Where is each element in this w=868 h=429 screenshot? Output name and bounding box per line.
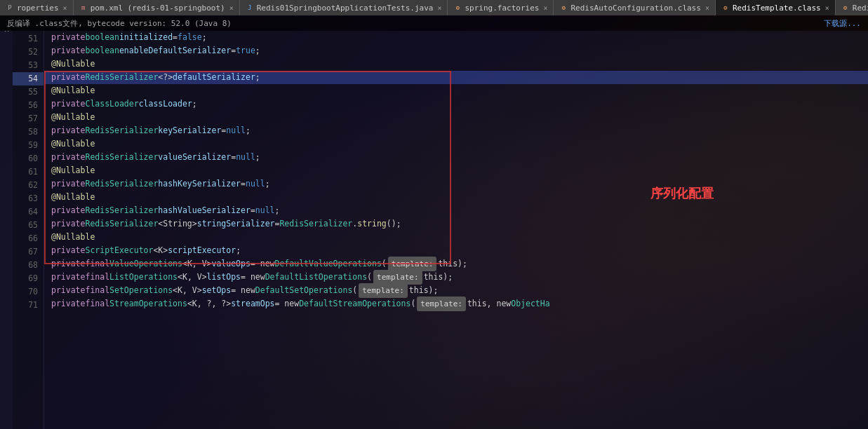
token-ann: @Nullable xyxy=(51,164,95,177)
token-kw: private xyxy=(51,204,85,217)
tab-icon-redistemplate: ⚙ xyxy=(721,4,730,12)
line-number-68: 68 xyxy=(13,259,44,272)
download-link[interactable]: 下载源... xyxy=(824,18,861,29)
token-type: DefaultSetOperations xyxy=(255,284,352,297)
token-plain: this); xyxy=(409,284,439,297)
token-plain: = xyxy=(231,151,236,164)
token-kw: private xyxy=(51,244,85,257)
line-number-61: 61 xyxy=(13,165,44,179)
tab-close-properties[interactable]: × xyxy=(63,4,67,12)
tab-label-redisprops: RedisPrope xyxy=(853,4,868,13)
tab-icon-redisprops: ⚙ xyxy=(841,4,850,12)
tab-properties[interactable]: P roperties × xyxy=(0,0,74,15)
line-number-66: 66 xyxy=(13,232,44,245)
line-number-54: 54 xyxy=(13,72,44,86)
code-line-60: private RedisSerializer valueSerializer … xyxy=(44,151,868,164)
tab-apptest[interactable]: J Redis01SpringbootApplicationTests.java… xyxy=(240,0,448,15)
info-bar: 反编译 .class文件, bytecode version: 52.0 (Ja… xyxy=(0,15,868,31)
token-val: null xyxy=(236,151,255,164)
token-field: stringSerializer xyxy=(197,217,275,231)
token-plain: this); xyxy=(438,257,467,271)
token-kw: private xyxy=(51,151,85,164)
tab-close-pom[interactable]: × xyxy=(229,4,234,12)
token-type: ValueOperations xyxy=(109,257,182,271)
tab-pom[interactable]: m pom.xml (redis-01-springboot) × xyxy=(74,0,240,15)
tab-icon-springfactories: ⚙ xyxy=(453,4,462,12)
code-line-53: @Nullable xyxy=(44,57,868,71)
token-method: string xyxy=(357,217,387,231)
tab-bar: P roperties × m pom.xml (redis-01-spring… xyxy=(0,0,868,15)
token-type: ListOperations xyxy=(109,271,178,284)
tab-close-apptest[interactable]: × xyxy=(437,4,441,12)
template-badge: template: xyxy=(373,270,422,285)
token-plain: ; xyxy=(246,124,251,137)
token-plain: = new xyxy=(251,257,275,271)
token-plain: ; xyxy=(255,71,260,84)
token-type: RedisSerializer xyxy=(279,217,352,231)
token-plain: = xyxy=(231,44,236,57)
token-field: enableDefaultSerializer xyxy=(119,44,231,57)
line-number-53: 53 xyxy=(13,59,44,72)
line-number-64: 64 xyxy=(13,205,44,219)
token-kw: private xyxy=(51,217,85,231)
tab-springfactories[interactable]: ⚙ spring.factories × xyxy=(448,0,554,15)
token-field: hashValueSerializer xyxy=(158,204,251,217)
token-plain: ( xyxy=(382,257,387,271)
token-plain: = new xyxy=(275,297,300,311)
tab-redisprops[interactable]: ⚙ RedisPrope × xyxy=(836,0,868,15)
tab-icon-pom: m xyxy=(79,4,88,12)
token-plain: ( xyxy=(367,271,372,284)
token-plain: = xyxy=(275,217,280,231)
token-plain: = xyxy=(221,124,226,137)
line-numbers: 5152535455565758596061626364656667686970… xyxy=(13,31,44,429)
code-line-66: @Nullable xyxy=(44,231,868,244)
token-type: RedisSerializer xyxy=(85,124,158,137)
token-field: streamOps xyxy=(231,297,274,311)
tab-icon-properties: P xyxy=(6,4,14,12)
code-line-68: private final ValueOperations<K, V> valu… xyxy=(44,257,868,271)
token-plain: <?> xyxy=(158,71,173,84)
template-badge: template: xyxy=(417,297,466,311)
token-type: RedisSerializer xyxy=(85,204,158,217)
line-number-70: 70 xyxy=(13,285,44,299)
token-kw: private xyxy=(51,257,85,271)
tab-close-redisauto[interactable]: × xyxy=(705,4,709,12)
tab-icon-redisauto: ⚙ xyxy=(559,4,568,12)
token-ann: @Nullable xyxy=(51,57,95,71)
token-type: boolean xyxy=(85,31,119,44)
token-field: keySerializer xyxy=(158,124,221,137)
tab-redisauto[interactable]: ⚙ RedisAutoConfiguration.class × xyxy=(554,0,715,15)
token-kw: final xyxy=(85,297,109,311)
token-val: true xyxy=(236,44,255,57)
token-kw: private xyxy=(51,284,85,297)
token-type: DefaultValueOperations xyxy=(275,257,382,271)
token-type: DefaultListOperations xyxy=(265,271,367,284)
token-plain: = new xyxy=(241,271,265,284)
line-number-69: 69 xyxy=(13,272,44,285)
code-line-64: private RedisSerializer hashValueSeriali… xyxy=(44,204,868,217)
token-ann: @Nullable xyxy=(51,137,95,151)
token-field: scriptExecutor xyxy=(168,244,236,257)
tab-label-redistemplate: RedisTemplate.class xyxy=(733,4,821,13)
token-field: hashKeySerializer xyxy=(158,177,241,191)
tab-close-springfactories[interactable]: × xyxy=(543,4,547,12)
token-plain: ; xyxy=(255,151,260,164)
code-line-54: private RedisSerializer<?> defaultSerial… xyxy=(44,71,868,84)
tab-redistemplate[interactable]: ⚙ RedisTemplate.class × xyxy=(716,0,836,15)
token-type: RedisSerializer xyxy=(85,71,158,84)
token-kw: private xyxy=(51,124,85,137)
code-content[interactable]: 序列化配置 private boolean initialized = fals… xyxy=(44,31,868,429)
token-val: null xyxy=(246,177,265,191)
token-plain: ( xyxy=(352,284,357,297)
line-number-60: 60 xyxy=(13,152,44,165)
line-number-55: 55 xyxy=(13,86,44,99)
line-number-63: 63 xyxy=(13,192,44,205)
token-plain: = xyxy=(173,31,178,44)
tab-close-redistemplate[interactable]: × xyxy=(825,4,829,12)
token-plain: <K, V> xyxy=(178,271,207,284)
token-plain: . xyxy=(352,217,357,231)
token-type: boolean xyxy=(85,44,119,57)
token-val: false xyxy=(178,31,202,44)
code-line-58: private RedisSerializer keySerializer = … xyxy=(44,124,868,137)
line-number-67: 67 xyxy=(13,245,44,259)
